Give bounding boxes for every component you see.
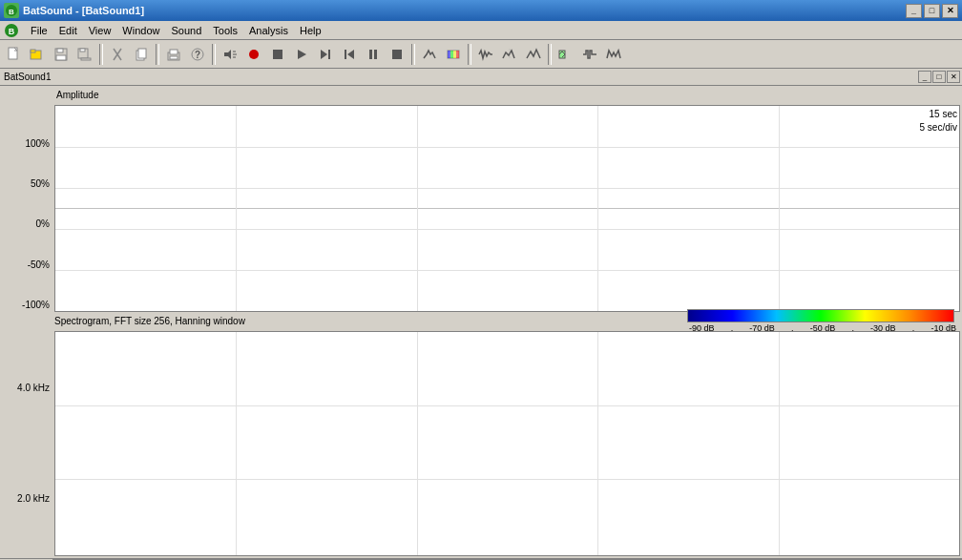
svg-rect-27 [273, 50, 282, 59]
spectrogram-chart[interactable] [54, 331, 960, 556]
spec-grid-v-3 [597, 332, 598, 555]
spectrogram-panel: Spectrogram, FFT size 256, Hanning windo… [2, 312, 960, 556]
new-button[interactable] [2, 43, 25, 66]
toolbar: ? [0, 40, 962, 69]
svg-point-26 [249, 50, 259, 59]
spectrogram-y-axis: 4.0 kHz 2.0 kHz [2, 331, 54, 556]
time-labels: 15 sec 5 sec/div [920, 108, 957, 135]
grid-v-2 [417, 106, 418, 311]
menu-window[interactable]: Window [116, 23, 165, 38]
title-bar: B BatSound - [BatSound1] _ □ ✕ [0, 0, 962, 21]
waveform-y-axis: 100% 50% 0% -50% -100% [2, 88, 54, 312]
svg-marker-29 [321, 50, 327, 59]
y-label-0: 0% [2, 218, 52, 229]
waveform-chart-container[interactable]: Amplitude 15 sec 5 sec/div [54, 88, 960, 312]
main-area: 100% 50% 0% -50% -100% Amplitude 15 sec [0, 86, 962, 558]
volume-button[interactable] [219, 43, 241, 66]
spec-grid-h-2 [55, 479, 959, 480]
spec-grid-v-1 [236, 332, 237, 555]
stop2-button[interactable] [386, 43, 408, 66]
svg-rect-35 [392, 50, 402, 59]
open-button[interactable] [26, 43, 49, 66]
svg-rect-30 [328, 50, 330, 59]
sub-close-button[interactable]: ✕ [947, 71, 960, 83]
grid-h-1 [55, 147, 959, 148]
colorbar-gradient [687, 309, 954, 322]
y-label-n100: -100% [2, 300, 52, 310]
grid-v-4 [779, 106, 780, 311]
separator-3 [212, 44, 216, 65]
waveform-btn[interactable] [474, 43, 497, 66]
maximize-button[interactable]: □ [924, 4, 940, 18]
window-title: BatSound - [BatSound1] [23, 5, 906, 16]
sub-window-controls: _ □ ✕ [918, 71, 960, 83]
auto-btn[interactable] [554, 43, 577, 66]
colorbar: -90 dB , -70 dB , -50 dB , -30 dB , -10 … [687, 314, 958, 329]
separator-4 [411, 44, 415, 65]
spectrogram-body: 4.0 kHz 2.0 kHz [2, 331, 960, 556]
svg-rect-8 [57, 49, 63, 52]
grid-v-3 [597, 106, 598, 311]
grid-h-3 [55, 229, 959, 230]
svg-rect-33 [369, 50, 372, 59]
menu-sound[interactable]: Sound [165, 23, 207, 38]
svg-rect-11 [80, 49, 85, 52]
sub-maximize-button[interactable]: □ [932, 71, 946, 83]
menu-tools[interactable]: Tools [207, 23, 243, 38]
menu-file[interactable]: File [25, 23, 53, 38]
svg-text:?: ? [195, 50, 200, 60]
menu-bar: B File Edit View Window Sound Tools Anal… [0, 21, 962, 40]
stop-button[interactable] [266, 43, 289, 66]
separator-2 [156, 44, 159, 65]
record-button[interactable] [242, 43, 265, 66]
center-line [55, 208, 959, 209]
y-label-50: 50% [2, 178, 52, 189]
svg-rect-32 [345, 50, 346, 59]
time-div: 5 sec/div [920, 121, 957, 135]
menu-analysis[interactable]: Analysis [243, 23, 294, 38]
spectrogram-title: Spectrogram, FFT size 256, Hanning windo… [54, 316, 687, 326]
freq-btn[interactable] [522, 43, 545, 66]
svg-rect-39 [453, 51, 456, 58]
save-button[interactable] [50, 43, 73, 66]
svg-rect-38 [450, 51, 453, 58]
spectrum-btn[interactable] [418, 43, 441, 66]
print-button[interactable] [162, 43, 185, 66]
waveform-chart[interactable]: 15 sec 5 sec/div [54, 105, 960, 312]
svg-marker-22 [224, 50, 231, 59]
svg-rect-19 [170, 56, 178, 59]
close-button[interactable]: ✕ [942, 4, 958, 18]
separator-1 [99, 44, 103, 65]
svg-marker-28 [298, 50, 306, 59]
svg-rect-9 [56, 55, 66, 60]
svg-rect-34 [374, 50, 377, 59]
saveas-button[interactable] [73, 43, 96, 66]
time-total: 15 sec [920, 108, 957, 121]
pause-button[interactable] [362, 43, 385, 66]
minimize-button[interactable]: _ [906, 4, 922, 18]
spec-y-label-4k: 4.0 kHz [2, 383, 52, 393]
pulse-btn[interactable] [578, 43, 601, 66]
rewind-button[interactable] [338, 43, 361, 66]
help-button[interactable]: ? [186, 43, 209, 66]
menu-help[interactable]: Help [294, 23, 327, 38]
copy-button[interactable] [130, 43, 153, 66]
spec-grid-h-1 [55, 405, 959, 406]
menu-view[interactable]: View [83, 23, 117, 38]
bat-btn[interactable] [602, 43, 625, 66]
sub-minimize-button[interactable]: _ [918, 71, 931, 83]
menu-edit[interactable]: Edit [53, 23, 83, 38]
zoom-btn[interactable] [498, 43, 521, 66]
y-label-n50: -50% [2, 259, 52, 270]
spectrogram-btn[interactable] [442, 43, 465, 66]
waveform-title: Amplitude [56, 90, 98, 100]
spec-grid-v-4 [779, 332, 780, 555]
cut-button[interactable] [106, 43, 129, 66]
svg-rect-12 [81, 58, 91, 60]
spec-y-label-2k: 2.0 kHz [2, 493, 52, 504]
svg-text:B: B [9, 27, 15, 36]
play-button[interactable] [290, 43, 313, 66]
next-button[interactable] [314, 43, 337, 66]
spec-grid-v-2 [417, 332, 418, 555]
svg-rect-16 [138, 49, 146, 58]
